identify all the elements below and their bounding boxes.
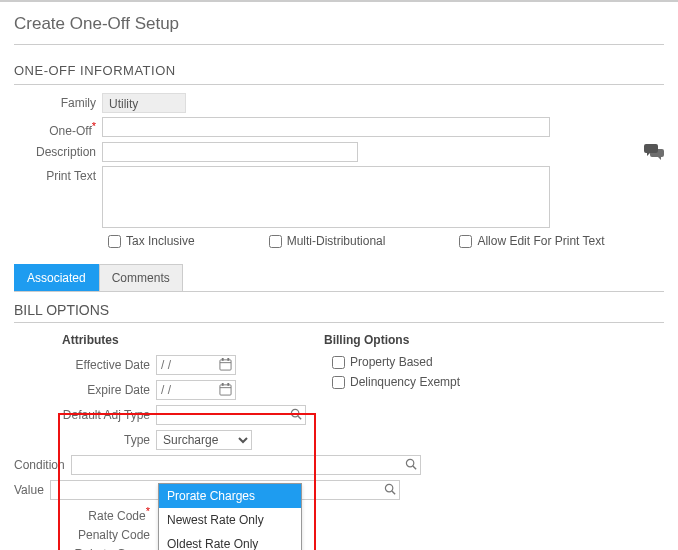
delinquency-exempt-label: Delinquency Exempt [350,375,460,389]
tabs: Associated Comments [14,264,664,292]
billing-options-heading: Billing Options [324,333,664,347]
attributes-heading: Attributes [14,333,314,347]
condition-label: Condition [14,458,71,472]
penalty-code-label: Penalty Code [14,528,156,542]
tab-comments[interactable]: Comments [99,264,183,291]
oneoff-label: One-Off* [14,117,102,138]
dropdown-option[interactable]: Prorate Charges [159,484,301,508]
default-adj-type-input[interactable] [156,405,306,425]
value-label: Value [14,483,50,497]
dropdown-option[interactable]: Oldest Rate Only [159,532,301,550]
type-select[interactable]: Surcharge [156,430,252,450]
allow-edit-checkbox[interactable]: Allow Edit For Print Text [459,234,604,248]
dropdown-option[interactable]: Newest Rate Only [159,508,301,532]
effective-date-input[interactable] [156,355,236,375]
bill-options-title: BILL OPTIONS [14,302,664,318]
section-title: ONE-OFF INFORMATION [14,63,664,78]
expire-date-input[interactable] [156,380,236,400]
allow-edit-label: Allow Edit For Print Text [477,234,604,248]
printtext-label: Print Text [14,166,102,183]
page-title: Create One-Off Setup [14,14,664,34]
default-adj-type-label: Default Adj Type [14,408,156,422]
family-value: Utility [102,93,186,113]
expire-date-label: Expire Date [14,383,156,397]
tab-associated[interactable]: Associated [14,264,99,291]
comment-icon[interactable] [644,144,664,160]
divider [14,44,664,45]
rate-code-label: Rate Code* [14,505,156,523]
multi-dist-checkbox[interactable]: Multi-Distributional [269,234,386,248]
description-input[interactable] [102,142,358,162]
rate-change-dropdown: Prorate Charges Newest Rate Only Oldest … [158,483,302,550]
oneoff-input[interactable] [102,117,550,137]
delinquency-exempt-checkbox[interactable]: Delinquency Exempt [332,375,460,389]
family-label: Family [14,93,102,110]
property-based-label: Property Based [350,355,433,369]
effective-date-label: Effective Date [14,358,156,372]
description-label: Description [14,142,102,159]
tax-inclusive-label: Tax Inclusive [126,234,195,248]
type-label: Type [14,433,156,447]
condition-input[interactable] [71,455,421,475]
tax-inclusive-checkbox[interactable]: Tax Inclusive [108,234,195,248]
multi-dist-label: Multi-Distributional [287,234,386,248]
printtext-input[interactable] [102,166,550,228]
property-based-checkbox[interactable]: Property Based [332,355,433,369]
